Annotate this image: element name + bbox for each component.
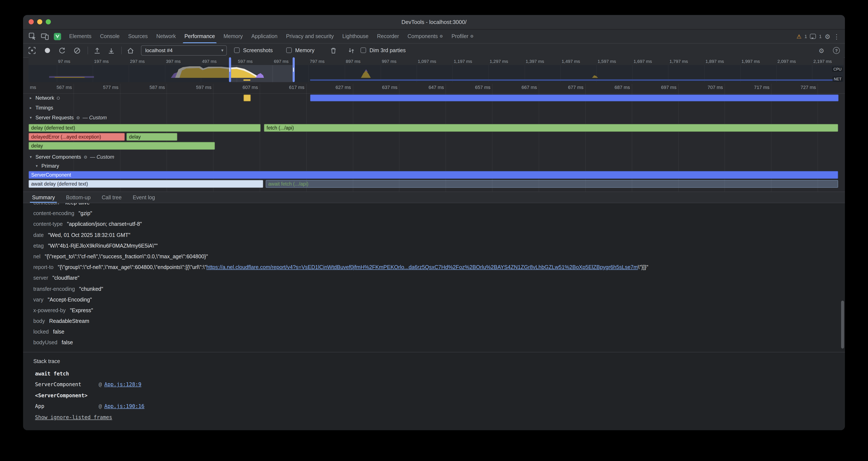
- flame-event-bar[interactable]: [310, 94, 839, 102]
- ruler-time-label: 637 ms: [382, 85, 398, 90]
- selection-handle-right[interactable]: [292, 57, 294, 82]
- net-track-tag: NET: [833, 77, 843, 82]
- disclosure-triangle-icon[interactable]: ▾: [35, 164, 39, 168]
- collect-garbage-icon[interactable]: [329, 46, 337, 55]
- stack-frame-source-link[interactable]: App.js:190:16: [104, 403, 144, 409]
- overview-cpu-chart[interactable]: CPU NET: [29, 65, 844, 83]
- property-value: "{\"group\":\"cf-nel\",\"max_age\":60480…: [58, 264, 648, 270]
- scrollbar-thumb[interactable]: [841, 300, 844, 348]
- dim-3rd-parties-checkbox[interactable]: [361, 48, 366, 53]
- ruler-time-label: 587 ms: [150, 85, 165, 90]
- tab-lighthouse[interactable]: Lighthouse: [338, 29, 373, 43]
- warning-icon[interactable]: ⚠: [797, 33, 801, 39]
- overview-time-label: 597 ms: [238, 59, 253, 64]
- disclosure-triangle-icon[interactable]: ▾: [29, 155, 33, 159]
- flame-event-bar[interactable]: delay (deferred text): [29, 124, 260, 132]
- settings-gear-icon[interactable]: ⚙: [825, 33, 830, 39]
- flame-event-bar[interactable]: [244, 94, 251, 102]
- tab-console[interactable]: Console: [96, 29, 124, 43]
- tab-sources[interactable]: Sources: [124, 29, 152, 43]
- details-tab-bottom-up[interactable]: Bottom-up: [60, 192, 96, 203]
- capture-settings-gear-icon[interactable]: ⚙: [817, 46, 826, 55]
- tab-components[interactable]: Components⚙: [403, 29, 447, 43]
- memory-checkbox-label[interactable]: Memory: [295, 44, 314, 57]
- property-key: content-type: [33, 221, 63, 227]
- track-suffix: — Custom: [83, 115, 107, 121]
- screenshots-checkbox-label[interactable]: Screenshots: [243, 44, 273, 57]
- tab-elements[interactable]: Elements: [65, 29, 96, 43]
- flame-event-bar[interactable]: ServerComponent: [29, 171, 838, 179]
- tab-label: Sources: [128, 33, 148, 39]
- track-config-icon[interactable]: [57, 96, 60, 99]
- details-tab-summary[interactable]: Summary: [27, 192, 60, 203]
- flame-event-bar[interactable]: await delay (deferred text): [29, 180, 263, 188]
- inspect-element-icon[interactable]: [28, 32, 37, 40]
- flame-event-bar[interactable]: fetch (.../api): [264, 124, 838, 132]
- extension-icon[interactable]: [53, 32, 62, 40]
- tab-network[interactable]: Network: [152, 29, 180, 43]
- property-value: "Accept-Encoding": [48, 296, 92, 302]
- track-server-requests[interactable]: ▾ Server Requests ⚙ — Custom: [29, 114, 107, 121]
- overview-time-label: 1,697 ms: [633, 59, 652, 64]
- track-timings[interactable]: ▸ Timings: [29, 104, 53, 112]
- timeline-overview[interactable]: 97 ms197 ms297 ms397 ms497 ms597 ms697 m…: [29, 57, 844, 82]
- selection-handle-left[interactable]: [229, 57, 231, 82]
- property-value: "{\"report_to\":\"cf-nel\",\"success_fra…: [44, 254, 208, 260]
- stack-trace-title: Stack trace: [33, 358, 845, 364]
- flame-event-bar[interactable]: delay: [126, 133, 177, 141]
- tab-application[interactable]: Application: [247, 29, 282, 43]
- track-server-components[interactable]: ▾ Server Components ⚙ — Custom: [29, 153, 114, 161]
- flame-event-bar[interactable]: await fetch (.../api): [266, 180, 838, 188]
- show-ignore-listed-frames-link[interactable]: Show ignore-listed frames: [35, 414, 112, 420]
- clear-icon[interactable]: [73, 46, 81, 55]
- kebab-menu-icon[interactable]: ⋮: [833, 33, 840, 39]
- tab-label: Profiler: [452, 33, 468, 39]
- tab-performance[interactable]: Performance: [180, 29, 219, 43]
- tab-privacy-and-security[interactable]: Privacy and security: [282, 29, 338, 43]
- details-tab-event-log[interactable]: Event log: [127, 192, 160, 203]
- flame-chart[interactable]: ms567 ms577 ms587 ms597 ms607 ms617 ms62…: [23, 82, 845, 192]
- memory-checkbox[interactable]: [286, 48, 292, 53]
- throttling-icon[interactable]: [347, 46, 355, 55]
- stack-frame-source-link[interactable]: App.js:128:9: [104, 381, 141, 387]
- details-tab-call-tree[interactable]: Call tree: [96, 192, 127, 203]
- track-network[interactable]: ▸ Network: [29, 94, 60, 102]
- load-profile-icon[interactable]: [93, 46, 101, 55]
- tab-memory[interactable]: Memory: [219, 29, 247, 43]
- overview-time-label: 2,197 ms: [813, 59, 832, 64]
- details-tab-label: Call tree: [102, 194, 122, 200]
- tab-recorder[interactable]: Recorder: [373, 29, 403, 43]
- flame-event-bar[interactable]: delayedError (...ayed exception): [29, 133, 125, 141]
- tab-profiler[interactable]: Profiler⚙: [447, 29, 478, 43]
- flame-event-bar[interactable]: delay: [29, 142, 215, 150]
- tab-label: Console: [100, 33, 120, 39]
- save-profile-icon[interactable]: [107, 46, 115, 55]
- capture-history-select[interactable]: localhost #4 ▾: [141, 45, 227, 56]
- disclosure-triangle-icon[interactable]: ▸: [29, 106, 33, 110]
- dim-3rd-parties-label[interactable]: Dim 3rd parties: [370, 44, 406, 57]
- help-icon[interactable]: ?: [832, 46, 841, 55]
- titlebar[interactable]: DevTools - localhost:3000/: [23, 15, 845, 29]
- ruler-time-label: 627 ms: [336, 85, 351, 90]
- overview-time-labels: 97 ms197 ms297 ms397 ms497 ms597 ms697 m…: [29, 57, 844, 65]
- property-key: bodyUsed: [33, 340, 58, 346]
- tab-label: Elements: [69, 33, 91, 39]
- ruler-time-label: 617 ms: [289, 85, 304, 90]
- record-button[interactable]: [43, 46, 52, 55]
- disclosure-triangle-icon[interactable]: ▾: [29, 115, 33, 120]
- reload-and-record-icon[interactable]: [58, 46, 66, 55]
- report-to-url-link[interactable]: https://a.nel.cloudflare.com/report/v4?s…: [206, 264, 638, 270]
- custom-track-gear-icon: ⚙: [84, 154, 87, 159]
- messages-icon[interactable]: [810, 34, 816, 39]
- screenshots-checkbox[interactable]: [234, 48, 240, 53]
- tab-label: Components: [407, 33, 438, 39]
- extension-badge-icon: ⚙: [439, 34, 443, 38]
- home-icon[interactable]: [126, 46, 134, 55]
- track-primary[interactable]: ▾ Primary: [35, 162, 59, 170]
- live-metrics-icon[interactable]: [28, 46, 36, 55]
- property-row: lockedfalse: [33, 327, 845, 338]
- ruler-time-label: 567 ms: [57, 85, 72, 90]
- cpu-track-tag: CPU: [832, 67, 843, 72]
- disclosure-triangle-icon[interactable]: ▸: [29, 96, 33, 100]
- device-toolbar-icon[interactable]: [40, 32, 49, 40]
